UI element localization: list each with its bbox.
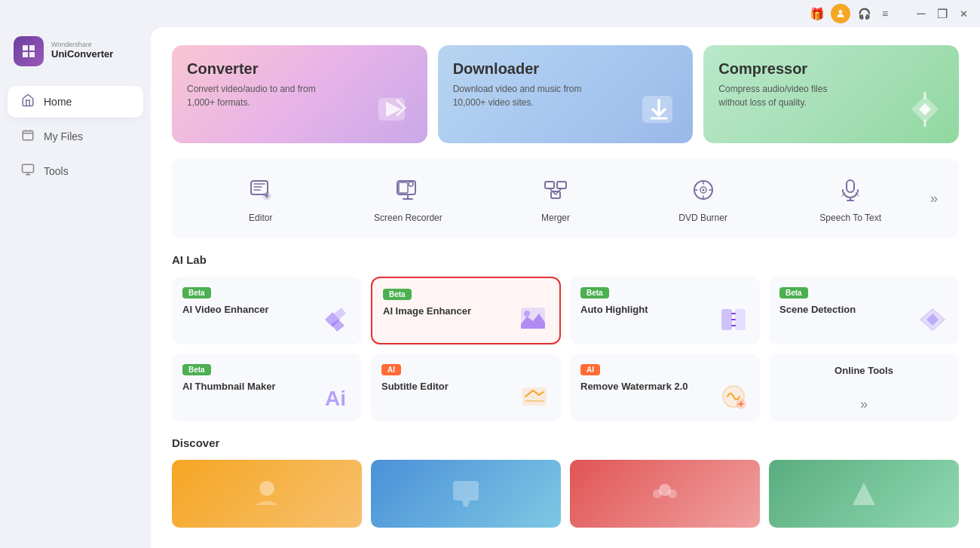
svg-point-26 [259, 481, 274, 496]
tool-dvd-burner[interactable]: DVD Burner [629, 170, 777, 226]
logo-brand: Wondershare [51, 41, 113, 48]
app-layout: Wondershare UniConverter Home My Files T… [0, 27, 980, 548]
downloader-desc: Download video and music from 10,000+ vi… [453, 82, 589, 109]
user-avatar[interactable] [831, 4, 850, 23]
ai-video-enhancer-icon [317, 301, 354, 338]
home-label: Home [44, 96, 72, 108]
main-content: Converter Convert video/audio to and fro… [151, 27, 980, 548]
headset-icon[interactable]: 🎧 [856, 6, 871, 21]
home-icon [21, 93, 35, 110]
online-tools-card[interactable]: Online Tools » [769, 354, 959, 421]
speech-to-text-label: Speech To Text [819, 213, 881, 223]
remove-watermark-card[interactable]: AI Remove Watermark 2.0 [570, 354, 760, 421]
tools-label: Tools [44, 165, 69, 177]
sidebar-item-myfiles[interactable]: My Files [8, 121, 143, 152]
logo-product: UniConverter [51, 48, 113, 61]
downloader-icon [632, 83, 685, 136]
scene-detection-icon [914, 301, 951, 338]
scene-detection-badge: Beta [779, 287, 808, 298]
svg-rect-12 [557, 182, 566, 188]
close-button[interactable]: ✕ [956, 6, 971, 21]
ai-image-enhancer-card[interactable]: Beta AI Image Enhancer [371, 277, 561, 344]
svg-text:Ai: Ai [325, 387, 346, 410]
logo-text: Wondershare UniConverter [51, 41, 113, 61]
tool-speech-to-text[interactable]: Speech To Text [776, 170, 924, 226]
online-tools-title: Online Tools [835, 364, 893, 378]
svg-point-29 [653, 489, 662, 498]
tool-merger[interactable]: Merger [482, 170, 629, 226]
tool-screen-recorder[interactable]: Screen Recorder [335, 170, 482, 226]
discover-grid [172, 460, 959, 528]
auto-highlight-card[interactable]: Beta Auto Highlight [570, 277, 760, 344]
logo-icon [14, 36, 44, 66]
subtitle-editor-badge: AI [381, 364, 401, 375]
remove-watermark-badge: AI [580, 364, 600, 375]
ai-image-enhancer-badge: Beta [383, 289, 412, 300]
subtitle-editor-icon [516, 378, 553, 415]
compressor-icon [899, 83, 951, 136]
svg-point-0 [839, 10, 843, 14]
hero-cards: Converter Convert video/audio to and fro… [172, 45, 959, 143]
discover-item-2[interactable] [371, 460, 561, 528]
auto-highlight-icon [715, 301, 752, 338]
logo-area: Wondershare UniConverter [0, 36, 151, 84]
editor-label: Editor [249, 213, 272, 223]
ai-thumbnail-maker-badge: Beta [182, 364, 211, 375]
minimize-button[interactable]: ─ [914, 6, 929, 21]
svg-point-9 [409, 182, 413, 186]
tools-icon [21, 163, 35, 179]
ai-lab-grid: Beta AI Video Enhancer Beta AI Image Enh… [172, 277, 959, 421]
myfiles-label: My Files [44, 130, 83, 142]
compressor-title: Compressor [718, 60, 944, 78]
merger-icon [539, 173, 572, 207]
myfiles-icon [21, 128, 35, 145]
scene-detection-card[interactable]: Beta Scene Detection [769, 277, 959, 344]
converter-card[interactable]: Converter Convert video/audio to and fro… [172, 45, 427, 143]
svg-point-19 [524, 311, 530, 317]
restore-button[interactable]: ❐ [935, 6, 950, 21]
ai-thumbnail-maker-card[interactable]: Beta AI Thumbnail Maker Ai [172, 354, 362, 421]
ai-video-enhancer-card[interactable]: Beta AI Video Enhancer [172, 277, 362, 344]
remove-watermark-icon [715, 378, 752, 415]
ai-image-enhancer-icon [514, 299, 552, 337]
compressor-card[interactable]: Compressor Compress audio/video files wi… [703, 45, 959, 143]
auto-highlight-badge: Beta [580, 287, 609, 298]
screen-recorder-icon [391, 173, 424, 207]
svg-rect-27 [453, 481, 479, 501]
subtitle-editor-card[interactable]: AI Subtitle Editor [371, 354, 561, 421]
dvd-burner-icon [687, 173, 720, 207]
tools-more-button[interactable]: » [924, 191, 944, 207]
svg-rect-1 [23, 131, 33, 140]
speech-to-text-icon [834, 173, 867, 207]
sidebar: Wondershare UniConverter Home My Files T… [0, 27, 151, 548]
svg-rect-17 [847, 180, 854, 192]
sidebar-item-home[interactable]: Home [8, 86, 143, 118]
ai-lab-title: AI Lab [172, 253, 959, 266]
svg-rect-21 [735, 309, 746, 330]
tool-editor[interactable]: Editor [187, 170, 335, 226]
downloader-card[interactable]: Downloader Download video and music from… [438, 45, 694, 143]
online-tools-more-icon: » [860, 396, 868, 412]
discover-item-4[interactable] [769, 460, 959, 528]
svg-rect-2 [23, 164, 34, 173]
gift-icon[interactable]: 🎁 [810, 6, 825, 21]
discover-item-3[interactable] [570, 460, 760, 528]
editor-icon [244, 173, 277, 207]
svg-point-30 [668, 489, 677, 498]
tools-row: Editor Screen Recorder [172, 158, 959, 238]
svg-point-16 [702, 189, 704, 191]
screen-recorder-label: Screen Recorder [374, 213, 443, 223]
converter-desc: Convert video/audio to and from 1,000+ f… [187, 82, 323, 109]
converter-title: Converter [187, 60, 412, 78]
svg-rect-10 [399, 182, 408, 193]
ai-thumbnail-maker-icon: Ai [317, 378, 354, 415]
sidebar-item-tools[interactable]: Tools [8, 155, 143, 187]
compressor-desc: Compress audio/video files without loss … [718, 82, 854, 109]
ai-video-enhancer-badge: Beta [182, 287, 211, 298]
menu-icon[interactable]: ≡ [877, 6, 893, 21]
titlebar: 🎁 🎧 ≡ ─ ❐ ✕ [0, 0, 980, 27]
dvd-burner-label: DVD Burner [678, 213, 727, 223]
discover-title: Discover [172, 436, 959, 449]
svg-rect-11 [545, 182, 554, 188]
discover-item-1[interactable] [172, 460, 362, 528]
